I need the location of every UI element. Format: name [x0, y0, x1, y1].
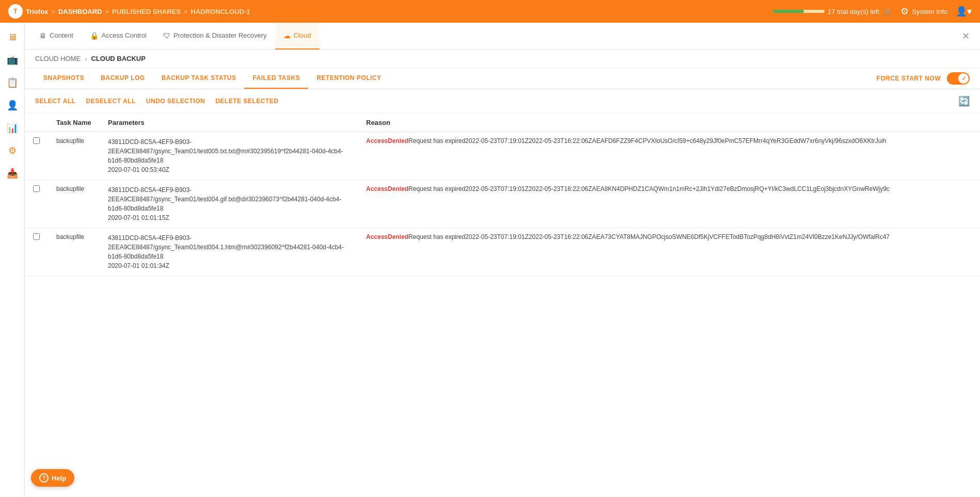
task-name-header: Task Name: [56, 119, 91, 126]
table-header-row: Task Name Parameters Reason: [25, 114, 980, 132]
breadcrumb-arrow: ›: [85, 55, 87, 62]
tab-cloud-label: Cloud: [294, 31, 311, 39]
row-checkbox-1[interactable]: [33, 185, 40, 192]
failed-tasks-table: Task Name Parameters Reason backupfile43…: [25, 114, 980, 276]
download-icon: 📥: [7, 168, 18, 179]
tab-access-control[interactable]: 🔒 Access Control: [82, 23, 155, 50]
nav-left: T Triofox > DASHBOARD > PUBLISHED SHARES…: [8, 4, 250, 19]
nav-link-published-shares[interactable]: PUBLISHED SHARES: [112, 8, 181, 15]
row-checkbox-2[interactable]: [33, 233, 40, 240]
sidebar: 🖥 📺 📋 👤 📊 ⚙ 📥: [0, 23, 25, 497]
sub-tab-failed-tasks-label: FAILED TASKS: [252, 74, 300, 82]
sep1: >: [51, 8, 55, 15]
sidebar-item-person[interactable]: 👤: [2, 95, 23, 116]
reason-header: Reason: [366, 119, 390, 126]
access-denied-label: AccessDenied: [366, 185, 408, 193]
layers-icon: 📋: [7, 77, 18, 88]
sidebar-item-desktop[interactable]: 🖥: [2, 27, 23, 47]
sub-tabs-row: SNAPSHOTS BACKUP LOG BACKUP TASK STATUS …: [25, 68, 980, 89]
table-area: Task Name Parameters Reason backupfile43…: [25, 114, 980, 497]
person-icon: 👤: [7, 100, 18, 111]
sidebar-item-monitor[interactable]: 📺: [2, 50, 23, 70]
monitor-icon: 📺: [7, 54, 18, 66]
tab-access-control-label: Access Control: [102, 31, 147, 39]
sep2: >: [105, 8, 109, 15]
top-nav: T Triofox > DASHBOARD > PUBLISHED SHARES…: [0, 0, 980, 23]
reason-cell: Request has expired2022-05-23T07:19:01Z2…: [408, 185, 890, 193]
params-cell: 43811DCD-8C5A-4EF9-B903-2EEA9CE88487/gsy…: [108, 186, 341, 221]
nav-link-hadroncloud[interactable]: HADRONCLOUD-1: [191, 8, 250, 15]
sidebar-item-layers[interactable]: 📋: [2, 72, 23, 93]
gear-icon: ⚙: [900, 6, 909, 17]
sidebar-item-chart[interactable]: 📊: [2, 118, 23, 138]
select-all-button[interactable]: SELECT ALL: [35, 98, 76, 105]
sub-tab-snapshots-label: SNAPSHOTS: [43, 74, 84, 82]
access-denied-label: AccessDenied: [366, 233, 408, 241]
delete-selected-button[interactable]: DELETE SELECTED: [215, 98, 278, 105]
main-content: 🖥 Content 🔒 Access Control 🛡 Protection …: [25, 23, 980, 497]
sub-tab-backup-log[interactable]: BACKUP LOG: [92, 68, 153, 89]
sub-tab-retention-policy[interactable]: RETENTION POLICY: [308, 68, 389, 89]
tab-content-label: Content: [50, 31, 73, 39]
system-info-btn[interactable]: ⚙ System Info: [900, 6, 947, 17]
sub-tab-backup-task-status[interactable]: BACKUP TASK STATUS: [153, 68, 245, 89]
tabs-row: 🖥 Content 🔒 Access Control 🛡 Protection …: [25, 23, 980, 50]
row-checkbox-0[interactable]: [33, 137, 40, 144]
sub-tab-backup-log-label: BACKUP LOG: [101, 74, 145, 82]
logo: T: [8, 4, 23, 19]
breadcrumb-cloud-home[interactable]: CLOUD HOME: [35, 55, 81, 62]
sub-tab-backup-task-status-label: BACKUP TASK STATUS: [162, 74, 236, 82]
sub-tab-failed-tasks[interactable]: FAILED TASKS: [244, 68, 308, 89]
toggle-button[interactable]: ✓: [947, 72, 970, 85]
refresh-icon: 🔄: [958, 96, 970, 106]
trial-progress-bar: [773, 10, 825, 13]
chart-icon: 📊: [7, 122, 18, 134]
close-button[interactable]: ✕: [958, 28, 974, 44]
undo-selection-button[interactable]: UNDO SELECTION: [146, 98, 205, 105]
brand-name: Triofox: [26, 8, 48, 15]
desktop-icon: 🖥: [8, 32, 17, 43]
th-parameters: Parameters: [100, 114, 358, 132]
tab-cloud[interactable]: ☁ Cloud: [275, 23, 320, 50]
nav-link-dashboard[interactable]: DASHBOARD: [58, 8, 102, 15]
user-icon[interactable]: 👤▾: [956, 6, 972, 17]
nav-right: 17 trial day(s) left. 🛒 ⚙ System Info 👤▾: [773, 6, 972, 17]
protection-tab-icon: 🛡: [163, 31, 170, 40]
th-reason: Reason: [358, 114, 980, 132]
table-row: backupfile43811DCD-8C5A-4EF9-B903-2EEA9C…: [25, 228, 980, 276]
task-name-cell: backupfile: [56, 185, 84, 193]
sub-tab-snapshots[interactable]: SNAPSHOTS: [35, 68, 92, 89]
access-denied-label: AccessDenied: [366, 137, 408, 145]
tab-content[interactable]: 🖥 Content: [31, 23, 82, 50]
reason-cell: Request has expired2022-05-23T07:19:01Z2…: [408, 137, 887, 145]
logo-text: T: [13, 8, 17, 15]
toggle-circle: ✓: [958, 73, 969, 84]
sidebar-item-settings[interactable]: ⚙: [2, 140, 23, 161]
table-row: backupfile43811DCD-8C5A-4EF9-B903-2EEA9C…: [25, 132, 980, 180]
tab-protection[interactable]: 🛡 Protection & Disaster Recovery: [155, 23, 275, 50]
params-cell: 43811DCD-8C5A-4EF9-B903-2EEA9CE88487/gsy…: [108, 234, 344, 269]
app-body: 🖥 📺 📋 👤 📊 ⚙ 📥 🖥 Content 🔒: [0, 23, 980, 497]
system-info-label: System Info: [912, 8, 947, 15]
deselect-all-button[interactable]: DESELECT ALL: [86, 98, 136, 105]
task-name-cell: backupfile: [56, 233, 84, 241]
help-button[interactable]: ? Help: [31, 469, 74, 487]
breadcrumb-cloud-backup: CLOUD BACKUP: [91, 55, 145, 62]
sidebar-item-download[interactable]: 📥: [2, 163, 23, 184]
th-task-name: Task Name: [48, 114, 100, 132]
refresh-button[interactable]: 🔄: [958, 95, 970, 107]
reason-cell: Request has expired2022-05-23T07:19:01Z2…: [408, 233, 890, 241]
cloud-tab-icon: ☁: [283, 31, 291, 40]
access-control-tab-icon: 🔒: [90, 31, 99, 40]
table-row: backupfile43811DCD-8C5A-4EF9-B903-2EEA9C…: [25, 180, 980, 228]
force-start-button[interactable]: FORCE START NOW: [876, 75, 941, 82]
sep3: >: [184, 8, 188, 15]
breadcrumb: CLOUD HOME › CLOUD BACKUP: [25, 50, 980, 68]
sub-tabs-right: FORCE START NOW ✓: [876, 72, 970, 85]
trial-badge: 17 trial day(s) left. 🛒: [773, 8, 892, 15]
cart-icon[interactable]: 🛒: [884, 8, 892, 15]
task-name-cell: backupfile: [56, 137, 84, 145]
parameters-header: Parameters: [108, 119, 145, 126]
params-cell: 43811DCD-8C5A-4EF9-B903-2EEA9CE88487/gsy…: [108, 138, 343, 173]
content-tab-icon: 🖥: [39, 31, 46, 40]
